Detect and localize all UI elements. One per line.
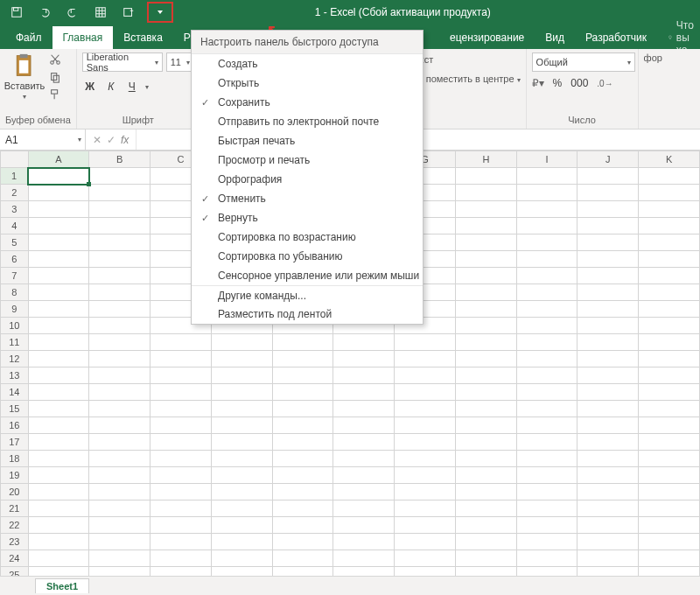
cell[interactable] xyxy=(395,334,456,351)
cell[interactable] xyxy=(639,517,700,534)
row-header[interactable]: 3 xyxy=(1,201,29,218)
menu-item[interactable]: ✓Вернуть xyxy=(192,208,423,228)
cell[interactable] xyxy=(639,301,700,318)
menu-item[interactable]: Другие команды... xyxy=(192,285,423,304)
cell[interactable] xyxy=(639,384,700,401)
enter-formula-icon[interactable]: ✓ xyxy=(107,134,116,146)
cell[interactable] xyxy=(516,284,578,301)
row-header[interactable]: 22 xyxy=(1,517,29,534)
cell[interactable] xyxy=(516,301,578,318)
cell[interactable] xyxy=(211,417,272,434)
tab-home[interactable]: Главная xyxy=(52,26,114,49)
cell[interactable] xyxy=(150,368,212,384)
cell[interactable] xyxy=(578,218,639,234)
cell[interactable] xyxy=(28,318,89,334)
cell[interactable] xyxy=(639,401,700,417)
cell[interactable] xyxy=(639,168,700,185)
row-header[interactable]: 18 xyxy=(1,451,29,467)
row-header[interactable]: 1 xyxy=(1,168,29,185)
row-header[interactable]: 19 xyxy=(1,467,29,484)
cell[interactable] xyxy=(89,384,150,401)
redo-icon[interactable] xyxy=(60,2,86,23)
cell[interactable] xyxy=(639,268,700,284)
cell[interactable] xyxy=(639,318,700,334)
cell[interactable] xyxy=(272,434,333,451)
cell[interactable] xyxy=(455,201,516,218)
cell[interactable] xyxy=(639,534,700,550)
cell[interactable] xyxy=(272,517,333,534)
cell[interactable] xyxy=(89,401,150,417)
column-header[interactable]: K xyxy=(639,151,700,168)
menu-item[interactable]: Отправить по электронной почте xyxy=(192,112,423,131)
cell[interactable] xyxy=(150,567,212,577)
cell[interactable] xyxy=(455,417,516,434)
cell[interactable] xyxy=(578,268,639,284)
select-all-corner[interactable] xyxy=(1,151,29,168)
column-header[interactable]: B xyxy=(89,151,150,168)
cell[interactable] xyxy=(516,567,578,577)
cell[interactable] xyxy=(639,500,700,517)
cell[interactable] xyxy=(455,234,516,251)
cell[interactable] xyxy=(211,434,272,451)
cell[interactable] xyxy=(150,334,212,351)
cell[interactable] xyxy=(516,467,578,484)
cell[interactable] xyxy=(28,301,89,318)
format-painter-icon[interactable] xyxy=(47,88,63,102)
cell[interactable] xyxy=(639,434,700,451)
cell[interactable] xyxy=(516,384,578,401)
merge-center-partial[interactable]: ь и поместить в центре xyxy=(410,74,514,84)
cell[interactable] xyxy=(578,550,639,567)
cell[interactable] xyxy=(211,384,272,401)
row-header[interactable]: 5 xyxy=(1,234,29,251)
percent-button[interactable]: % xyxy=(553,77,563,89)
cell[interactable] xyxy=(150,417,212,434)
cell[interactable] xyxy=(455,334,516,351)
underline-button[interactable]: Ч xyxy=(124,80,140,93)
cell[interactable] xyxy=(89,334,150,351)
column-header[interactable]: I xyxy=(516,151,578,168)
column-header[interactable]: A xyxy=(28,151,89,168)
cell[interactable] xyxy=(89,201,150,218)
cell[interactable] xyxy=(639,484,700,500)
cell[interactable] xyxy=(89,567,150,577)
cell[interactable] xyxy=(395,451,456,467)
cell[interactable] xyxy=(89,550,150,567)
cell[interactable] xyxy=(639,451,700,467)
cell[interactable] xyxy=(578,201,639,218)
tab-review[interactable]: ецензирование xyxy=(439,26,535,49)
tell-me[interactable]: Что вы хо xyxy=(657,26,700,49)
cell[interactable] xyxy=(333,434,395,451)
cell[interactable] xyxy=(455,467,516,484)
cell[interactable] xyxy=(150,550,212,567)
cell[interactable] xyxy=(395,351,456,368)
cell[interactable] xyxy=(28,550,89,567)
menu-item[interactable]: Разместить под лентой xyxy=(192,304,423,324)
font-name-combo[interactable]: Liberation Sans▾ xyxy=(82,52,163,72)
tab-insert[interactable]: Вставка xyxy=(113,26,173,49)
cell[interactable] xyxy=(89,500,150,517)
row-header[interactable]: 15 xyxy=(1,401,29,417)
cell[interactable] xyxy=(516,234,578,251)
cell[interactable] xyxy=(395,401,456,417)
cell[interactable] xyxy=(89,351,150,368)
cell[interactable] xyxy=(272,534,333,550)
sheet-tab[interactable]: Sheet1 xyxy=(35,578,89,593)
fx-icon[interactable]: fx xyxy=(121,134,129,146)
cell[interactable] xyxy=(516,534,578,550)
cell[interactable] xyxy=(333,534,395,550)
cell[interactable] xyxy=(28,384,89,401)
cell[interactable] xyxy=(28,284,89,301)
cell[interactable] xyxy=(211,401,272,417)
cut-icon[interactable] xyxy=(47,52,63,66)
cell[interactable] xyxy=(395,467,456,484)
cell[interactable] xyxy=(455,168,516,185)
cell[interactable] xyxy=(395,368,456,384)
cell[interactable] xyxy=(150,451,212,467)
cell[interactable] xyxy=(211,368,272,384)
cell[interactable] xyxy=(89,451,150,467)
cell[interactable] xyxy=(455,451,516,467)
row-header[interactable]: 6 xyxy=(1,251,29,268)
cell[interactable] xyxy=(578,467,639,484)
cell[interactable] xyxy=(395,567,456,577)
cell[interactable] xyxy=(211,451,272,467)
